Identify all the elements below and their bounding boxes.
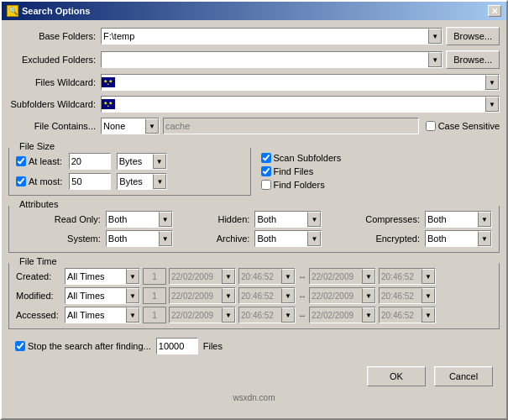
bottom-bar: Stop the search after finding... Files [8, 333, 500, 360]
modified-time1-combo[interactable]: 20:46:52 ▼ [238, 287, 296, 304]
subfolders-wildcard-label: Subfolders Wildcard: [8, 99, 101, 109]
attributes-group: Attributes Read Only: Both ▼ Hidden: Bot… [8, 206, 500, 253]
accessed-date2: 22/02/2009 [310, 311, 362, 320]
accessed-type-combo[interactable]: All Times ▼ [65, 307, 140, 323]
created-time1-combo[interactable]: 20:46:52 ▼ [238, 268, 296, 285]
modified-date2-combo[interactable]: 22/02/2009 ▼ [309, 287, 376, 304]
attributes-header: Attributes [16, 199, 61, 209]
find-files-checkbox[interactable] [261, 166, 271, 176]
file-contains-row: File Contains... None ▼ Case Sensitive [8, 118, 500, 134]
wildcard-icon-1: *.* [102, 77, 115, 87]
created-label: Created: [16, 271, 62, 281]
system-label: System: [16, 234, 101, 244]
created-time2-combo[interactable]: 20:46:52 ▼ [379, 268, 436, 285]
at-most-unit-combo[interactable]: Bytes ▼ [117, 173, 167, 190]
encrypted-combo[interactable]: Both ▼ [425, 230, 492, 247]
files-wildcard-label: Files Wildcard: [8, 77, 101, 87]
middle-section: File Size At least: Bytes ▼ [8, 141, 500, 196]
at-most-input[interactable] [69, 173, 111, 190]
modified-row: Modified: All Times ▼ 22/02/2009 ▼ [16, 287, 492, 304]
accessed-date2-combo[interactable]: 22/02/2009 ▼ [309, 307, 376, 323]
content-area: Base Folders: F:\temp ▼ Browse... Exclud… [2, 20, 506, 411]
files-wildcard-row: Files Wildcard: *.* ▼ [8, 74, 500, 91]
find-files-label: Find Files [261, 166, 494, 176]
cancel-button[interactable]: Cancel [434, 366, 493, 386]
hidden-combo[interactable]: Both ▼ [254, 211, 322, 228]
created-time2: 20:46:52 [380, 272, 422, 281]
files-wildcard-arrow[interactable]: ▼ [485, 75, 499, 90]
at-most-row: At most: Bytes ▼ [16, 173, 244, 190]
find-count-input[interactable] [156, 338, 198, 354]
accessed-time2-combo[interactable]: 20:46:52 ▼ [379, 307, 436, 323]
encrypted-label: Encrypted: [327, 234, 420, 244]
scan-options: Scan Subfolders Find Files Find Folders [254, 141, 500, 196]
created-time1: 20:46:52 [239, 272, 281, 281]
excluded-folders-combo[interactable]: ▼ [101, 51, 443, 68]
read-only-combo[interactable]: Both ▼ [106, 211, 173, 228]
stop-search-text: Stop the search after finding... [28, 341, 151, 351]
scan-subfolders-checkbox[interactable] [261, 153, 271, 163]
stop-search-checkbox[interactable] [15, 341, 25, 351]
file-time-group: File Time Created: All Times ▼ 22/02/200… [8, 263, 500, 329]
browse-button-1[interactable]: Browse... [446, 27, 500, 45]
system-value: Both [107, 234, 159, 244]
file-contains-arrow[interactable]: ▼ [145, 118, 159, 134]
accessed-time2: 20:46:52 [380, 311, 422, 320]
archive-label: Archive: [178, 234, 250, 244]
excluded-folders-arrow[interactable]: ▼ [428, 52, 442, 67]
modified-arrow: ↔ [298, 291, 306, 301]
at-least-label: At least: [29, 156, 62, 166]
close-button[interactable]: ✕ [488, 5, 501, 17]
base-folders-combo[interactable]: F:\temp ▼ [101, 28, 443, 45]
at-least-input[interactable] [69, 153, 111, 170]
base-folders-arrow[interactable]: ▼ [428, 29, 442, 44]
case-sensitive-checkbox-label: Case Sensitive [426, 121, 500, 131]
modified-num[interactable] [143, 287, 166, 304]
archive-combo[interactable]: Both ▼ [254, 230, 322, 247]
ok-button[interactable]: OK [367, 366, 426, 386]
created-num[interactable] [143, 268, 166, 285]
file-contains-type-combo[interactable]: None ▼ [101, 118, 160, 134]
at-least-unit-combo[interactable]: Bytes ▼ [117, 153, 167, 170]
created-date2-combo[interactable]: 22/02/2009 ▼ [309, 268, 376, 285]
compresses-combo[interactable]: Both ▼ [425, 211, 492, 228]
system-combo[interactable]: Both ▼ [106, 230, 173, 247]
ok-cancel-bar: OK Cancel [8, 363, 500, 390]
accessed-date1-combo[interactable]: 22/02/2009 ▼ [169, 307, 236, 323]
accessed-arrow: ↔ [298, 311, 306, 320]
stop-search-label: Stop the search after finding... [15, 341, 151, 351]
modified-type: All Times [65, 291, 126, 301]
created-arrow: ↔ [298, 272, 306, 281]
file-size-header: File Size [16, 141, 58, 151]
subfolders-wildcard-combo[interactable]: *.* ▼ [101, 96, 500, 113]
encrypted-value: Both [426, 234, 478, 244]
files-label: Files [203, 341, 223, 351]
created-date1-combo[interactable]: 22/02/2009 ▼ [169, 268, 236, 285]
at-most-unit: Bytes [118, 176, 153, 186]
modified-date1: 22/02/2009 [170, 291, 222, 301]
accessed-time1-combo[interactable]: 20:46:52 ▼ [238, 307, 296, 323]
modified-time1: 20:46:52 [239, 291, 281, 301]
case-sensitive-checkbox[interactable] [426, 121, 436, 131]
modified-date1-combo[interactable]: 22/02/2009 ▼ [169, 287, 236, 304]
created-row: Created: All Times ▼ 22/02/2009 ▼ [16, 268, 492, 285]
created-type: All Times [65, 271, 126, 281]
created-type-combo[interactable]: All Times ▼ [65, 268, 140, 285]
file-contains-input[interactable] [163, 118, 419, 134]
at-most-checkbox[interactable] [16, 176, 26, 186]
accessed-num[interactable] [143, 307, 166, 323]
file-contains-option: None [102, 121, 145, 131]
modified-type-combo[interactable]: All Times ▼ [65, 287, 140, 304]
modified-time2: 20:46:52 [380, 291, 422, 301]
file-time-header: File Time [16, 256, 60, 266]
browse-button-2[interactable]: Browse... [446, 50, 500, 69]
find-folders-checkbox[interactable] [261, 180, 271, 190]
window-title: Search Options [22, 6, 90, 16]
subfolders-wildcard-arrow[interactable]: ▼ [485, 97, 499, 112]
modified-time2-combo[interactable]: 20:46:52 ▼ [379, 287, 436, 304]
read-only-label: Read Only: [16, 214, 101, 224]
at-least-checkbox[interactable] [16, 156, 26, 166]
files-wildcard-combo[interactable]: *.* ▼ [101, 74, 500, 91]
modified-label: Modified: [16, 291, 62, 301]
window-icon: 🔍 [7, 5, 18, 17]
